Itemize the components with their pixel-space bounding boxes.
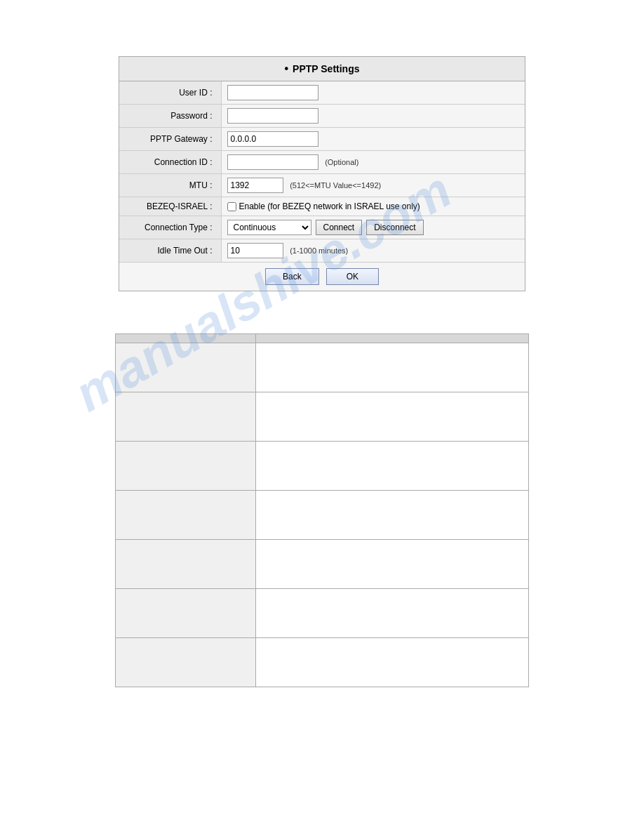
ok-button[interactable]: OK <box>326 268 379 285</box>
table-row <box>116 491 529 540</box>
pptp-panel-footer: Back OK <box>119 262 525 291</box>
connection-type-value-cell: Continuous Connect on Demand Manual Conn… <box>221 216 525 239</box>
table-row <box>116 343 529 392</box>
pptp-gateway-row: PPTP Gateway : <box>119 128 525 151</box>
pptp-gateway-value-cell <box>221 128 525 151</box>
user-id-row: User ID : <box>119 81 525 105</box>
bezeq-label: BEZEQ-ISRAEL : <box>119 197 221 216</box>
table-row-left <box>116 442 256 491</box>
pptp-settings-table: User ID : Password : PPTP Gateway : Conn… <box>119 81 525 262</box>
idle-timeout-label: Idle Time Out : <box>119 239 221 263</box>
back-button[interactable]: Back <box>265 268 319 285</box>
bottom-table-header-row <box>116 334 529 343</box>
password-label: Password : <box>119 105 221 128</box>
table-row-left <box>116 491 256 540</box>
connect-button[interactable]: Connect <box>316 220 363 235</box>
connection-id-row: Connection ID : (Optional) <box>119 151 525 174</box>
user-id-input[interactable] <box>227 85 318 100</box>
table-row-right <box>256 638 529 687</box>
table-row-left <box>116 638 256 687</box>
mtu-input[interactable] <box>227 178 283 193</box>
password-row: Password : <box>119 105 525 128</box>
mtu-hint: (512<=MTU Value<=1492) <box>290 181 381 190</box>
table-row <box>116 442 529 491</box>
user-id-value-cell <box>221 81 525 105</box>
idle-timeout-hint: (1-1000 minutes) <box>290 246 348 255</box>
mtu-value-cell: (512<=MTU Value<=1492) <box>221 174 525 197</box>
table-row <box>116 540 529 589</box>
password-input[interactable] <box>227 108 318 124</box>
pptp-gateway-label: PPTP Gateway : <box>119 128 221 151</box>
table-row-left <box>116 589 256 638</box>
password-value-cell <box>221 105 525 128</box>
pptp-panel: PPTP Settings User ID : Password : PPTP … <box>119 56 525 291</box>
pptp-panel-header: PPTP Settings <box>119 57 525 81</box>
table-row-right <box>256 442 529 491</box>
table-row-left <box>116 392 256 442</box>
page-wrapper: PPTP Settings User ID : Password : PPTP … <box>0 0 644 715</box>
connection-type-label: Connection Type : <box>119 216 221 239</box>
bottom-table-col1-header <box>116 334 256 343</box>
connection-type-select[interactable]: Continuous Connect on Demand Manual <box>227 220 311 235</box>
pptp-gateway-input[interactable] <box>227 131 318 147</box>
connection-id-value-cell: (Optional) <box>221 151 525 174</box>
bezeq-checkbox-label[interactable]: Enable (for BEZEQ network in ISRAEL use … <box>227 201 520 211</box>
bezeq-value-cell: Enable (for BEZEQ network in ISRAEL use … <box>221 197 525 216</box>
table-row-right <box>256 540 529 589</box>
pptp-title: PPTP Settings <box>293 63 359 74</box>
bezeq-row: BEZEQ-ISRAEL : Enable (for BEZEQ network… <box>119 197 525 216</box>
table-row <box>116 589 529 638</box>
table-row-left <box>116 343 256 392</box>
table-row <box>116 392 529 442</box>
connection-type-controls: Continuous Connect on Demand Manual Conn… <box>227 220 520 235</box>
bezeq-checkbox-text: Enable (for BEZEQ network in ISRAEL use … <box>239 201 420 211</box>
connection-id-input[interactable] <box>227 154 318 170</box>
idle-timeout-value-cell: (1-1000 minutes) <box>221 239 525 263</box>
table-row-right <box>256 589 529 638</box>
bottom-table-col2-header <box>256 334 529 343</box>
user-id-label: User ID : <box>119 81 221 105</box>
connection-type-row: Connection Type : Continuous Connect on … <box>119 216 525 239</box>
bezeq-checkbox[interactable] <box>227 202 236 211</box>
mtu-label: MTU : <box>119 174 221 197</box>
disconnect-button[interactable]: Disconnect <box>366 220 423 235</box>
table-row-right <box>256 491 529 540</box>
table-row <box>116 638 529 687</box>
mtu-row: MTU : (512<=MTU Value<=1492) <box>119 174 525 197</box>
table-row-right <box>256 392 529 442</box>
bottom-table <box>115 333 529 687</box>
table-row-left <box>116 540 256 589</box>
connection-id-label: Connection ID : <box>119 151 221 174</box>
table-row-right <box>256 343 529 392</box>
idle-timeout-input[interactable] <box>227 243 283 258</box>
connection-id-hint: (Optional) <box>325 158 358 166</box>
idle-timeout-row: Idle Time Out : (1-1000 minutes) <box>119 239 525 263</box>
